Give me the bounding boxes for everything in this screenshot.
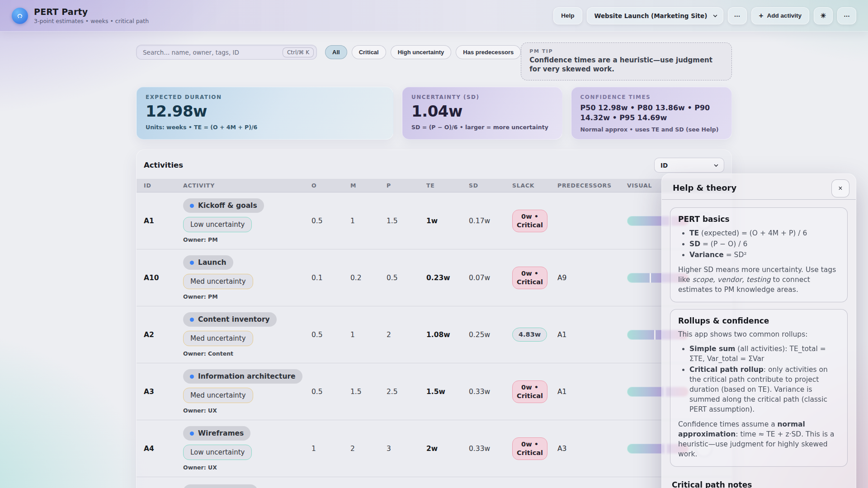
slack-critical-badge: 0w • Critical [512, 437, 547, 460]
activity-id: A1 [144, 217, 183, 225]
predecessors-value: A1 [557, 331, 627, 339]
help-section-rollups: Rollups & confidence This app shows two … [670, 309, 848, 467]
column-header-m: M [350, 182, 387, 189]
main-content: Ctrl/⌘ K All Critical High uncertainty H… [136, 42, 732, 488]
column-header-p: P [387, 182, 426, 189]
project-select-wrap: Website Launch (Marketing Site) [587, 7, 723, 24]
help-button[interactable]: Help [553, 7, 582, 24]
uncertainty-tag: Med uncertainty [183, 388, 253, 403]
filter-chips: All Critical High uncertainty Has predec… [325, 45, 521, 59]
table-header-row: ID ACTIVITY O M P TE SD SLACK PREDECESSO… [137, 178, 731, 192]
list-item: Variance = SD² [689, 250, 840, 260]
help-section-critical-path-notes: Critical path notes [670, 474, 848, 488]
activity-cell: Information architecture Med uncertainty… [183, 369, 311, 414]
theme-toggle-button[interactable]: ☀ [814, 7, 833, 24]
slack-cell: 4.83w [512, 328, 557, 342]
te-value: 1w [426, 217, 469, 225]
owner-label: Owner: PM [183, 236, 218, 243]
optimistic-value: 0.5 [311, 388, 350, 396]
pert-party-app: { "colors": { "accent_blue": "#3b82f6", … [0, 0, 868, 488]
app-title: PERT Party [34, 7, 149, 17]
pm-tip-card: PM TIP Confidence times are a heuristic—… [521, 42, 732, 80]
optimistic-value: 0.5 [311, 331, 350, 339]
close-icon: × [838, 184, 842, 192]
overflow-menu-button[interactable]: ⋯ [837, 7, 856, 24]
project-more-button[interactable]: ⋯ [728, 7, 747, 24]
predecessors-value: A9 [557, 274, 627, 282]
te-value: 2w [426, 445, 469, 453]
activity-name: Content inventory [198, 315, 270, 324]
activities-title: Activities [144, 161, 183, 169]
activity-name-chip: Kickoff & goals [183, 198, 264, 213]
activities-header: Activities ID [137, 150, 731, 178]
help-panel-title: Help & theory [673, 183, 845, 192]
slack-critical-badge: 0w • Critical [512, 267, 547, 289]
most-likely-value: 1 [350, 331, 387, 339]
slack-critical-badge: 0w • Critical [512, 210, 547, 232]
stat-label: EXPECTED DURATION [146, 94, 384, 100]
pessimistic-value: 2.5 [387, 388, 426, 396]
stat-value: 12.98w [146, 102, 384, 120]
stat-value: 1.04w [411, 102, 552, 120]
activity-cell: Launch Med uncertainty Owner: PM [183, 255, 311, 300]
sd-value: 0.25w [469, 331, 512, 339]
uncertainty-tag: Low uncertainty [183, 217, 252, 232]
rollups-list: Simple sum (all activities): TE_total = … [678, 344, 840, 414]
app-subtitle: 3-point estimates • weeks • critical pat… [34, 18, 149, 24]
filter-chip-critical[interactable]: Critical [352, 45, 386, 59]
app-title-block: PERT Party 3-point estimates • weeks • c… [34, 7, 149, 24]
help-panel-body: PERT basics TE (expected) = (O + 4M + P)… [662, 200, 856, 488]
close-button[interactable]: × [831, 179, 849, 197]
bar-tick [654, 330, 656, 340]
search-shortcut-badge: Ctrl/⌘ K [283, 47, 314, 57]
column-header-slack: SLACK [512, 182, 557, 189]
stat-card-uncertainty: UNCERTAINTY (SD) 1.04w SD = (P − O)/6 • … [402, 87, 562, 140]
project-select[interactable]: Website Launch (Marketing Site) [587, 7, 723, 24]
slack-cell: 0w • Critical [512, 380, 557, 403]
most-likely-value: 2 [350, 445, 387, 453]
header-actions: Help Website Launch (Marketing Site) ⋯ +… [553, 7, 856, 24]
rollups-intro: This app shows two common rollups: [678, 329, 840, 339]
table-row: A3 Information architecture Med uncertai… [137, 363, 731, 420]
activity-id: A4 [144, 445, 183, 453]
table-row: A10 Launch Med uncertainty Owner: PM 0.1… [137, 249, 731, 306]
most-likely-value: 1 [350, 217, 387, 225]
filter-chip-all[interactable]: All [325, 45, 347, 59]
table-row: A5 Visual design Med uncertainty 1 2.5 4… [137, 477, 731, 488]
activity-name: Launch [198, 258, 226, 267]
list-item: Critical path rollup: only activities on… [689, 365, 840, 414]
activity-name-chip: Visual design [183, 484, 258, 488]
column-header-id: ID [144, 182, 183, 189]
list-item: Simple sum (all activities): TE_total = … [689, 344, 840, 364]
stat-sub: Normal approx • uses TE and SD (see Help… [580, 126, 722, 133]
sd-value: 0.33w [469, 388, 512, 396]
stat-sub: SD = (P − O)/6 • larger = more uncertain… [411, 124, 552, 131]
list-item: SD = (P − O) / 6 [689, 239, 840, 249]
filter-chip-high-uncertainty[interactable]: High uncertainty [391, 45, 452, 59]
sort-select[interactable]: ID [654, 158, 724, 173]
activity-cell: Visual design Med uncertainty [183, 484, 311, 488]
app-logo-icon [12, 8, 28, 24]
optimistic-value: 0.5 [311, 217, 350, 225]
pert-basics-note: Higher SD means more uncertainty. Use ta… [678, 265, 840, 295]
owner-label: Owner: Content [183, 350, 233, 357]
activity-id: A3 [144, 388, 183, 396]
section-heading: Critical path notes [672, 480, 846, 488]
uncertainty-tag: Med uncertainty [183, 274, 253, 289]
pert-basics-list: TE (expected) = (O + 4M + P) / 6 SD = (P… [678, 228, 840, 260]
sd-value: 0.33w [469, 445, 512, 453]
sd-value: 0.07w [469, 274, 512, 282]
section-heading: Rollups & confidence [678, 316, 840, 325]
section-heading: PERT basics [678, 215, 840, 224]
add-activity-button[interactable]: + Add activity [751, 7, 809, 24]
te-value: 0.23w [426, 274, 469, 282]
filter-chip-has-predecessors[interactable]: Has predecessors [456, 45, 521, 59]
app-header: PERT Party 3-point estimates • weeks • c… [0, 0, 868, 32]
pessimistic-value: 2 [387, 331, 426, 339]
column-header-sd: SD [469, 182, 512, 189]
toolbar: Ctrl/⌘ K All Critical High uncertainty H… [136, 42, 732, 80]
activities-panel: Activities ID ID ACTIVITY O M P TE SD SL… [136, 150, 732, 488]
column-header-predecessors: PREDECESSORS [557, 182, 627, 189]
rollups-note: Confidence times assume a normal approxi… [678, 419, 840, 459]
status-dot-icon [190, 204, 194, 208]
